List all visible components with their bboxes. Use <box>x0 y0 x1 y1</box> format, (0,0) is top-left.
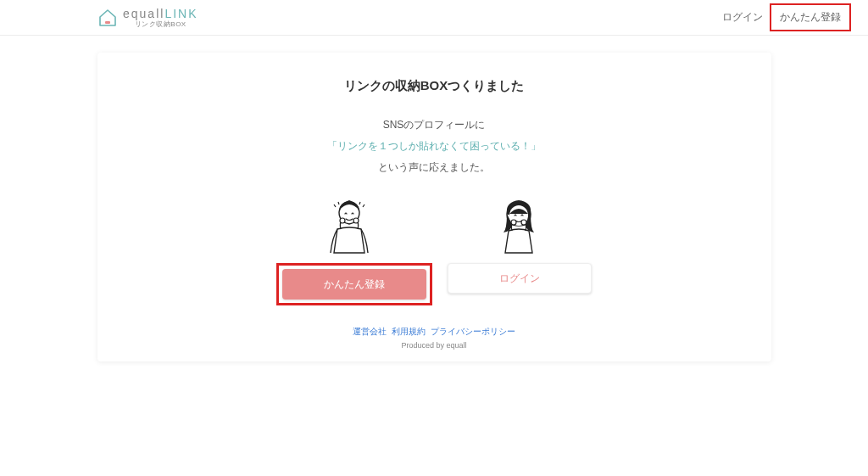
register-button[interactable]: かんたん登録 <box>282 269 426 300</box>
illustrations <box>114 195 754 255</box>
logo[interactable]: equallLINK リンク収納BOX <box>97 8 198 28</box>
person-female-icon <box>485 195 553 255</box>
page-title: リンクの収納BOXつくりました <box>114 78 754 94</box>
logo-prefix: equall <box>123 7 164 20</box>
header-nav: ログイン かんたん登録 <box>717 3 851 31</box>
annotation-highlight-header: かんたん登録 <box>770 3 851 31</box>
house-icon <box>97 8 118 27</box>
svg-point-1 <box>340 218 345 223</box>
intro-line-2: 「リンクを１つしか貼れなくて困っている！」 <box>114 139 754 154</box>
produced-by: Produced by equall <box>114 341 754 350</box>
footer-privacy-link[interactable]: プライバシーポリシー <box>431 326 515 338</box>
header-register-link[interactable]: かんたん登録 <box>775 8 846 26</box>
svg-point-5 <box>521 220 526 225</box>
main-card: リンクの収納BOXつくりました SNSのプロフィールに 「リンクを１つしか貼れな… <box>97 53 771 361</box>
logo-subtitle: リンク収納BOX <box>123 21 198 28</box>
svg-point-4 <box>511 220 516 225</box>
person-male-icon <box>315 195 383 255</box>
intro-line-1: SNSのプロフィールに <box>114 118 754 132</box>
header: equallLINK リンク収納BOX ログイン かんたん登録 <box>0 0 868 36</box>
footer-company-link[interactable]: 運営会社 <box>353 326 387 338</box>
logo-suffix: LINK <box>164 7 198 20</box>
footer-terms-link[interactable]: 利用規約 <box>392 326 426 338</box>
footer-links: 運営会社 利用規約 プライバシーポリシー <box>114 326 754 338</box>
svg-rect-0 <box>105 21 110 24</box>
header-login-link[interactable]: ログイン <box>717 7 768 28</box>
intro-line-3: という声に応えました。 <box>114 160 754 175</box>
login-button[interactable]: ログイン <box>448 263 592 294</box>
cta-row: かんたん登録 ログイン <box>114 263 754 305</box>
logo-text: equallLINK リンク収納BOX <box>123 8 198 28</box>
svg-point-2 <box>353 218 359 223</box>
annotation-highlight-register: かんたん登録 <box>276 263 432 305</box>
